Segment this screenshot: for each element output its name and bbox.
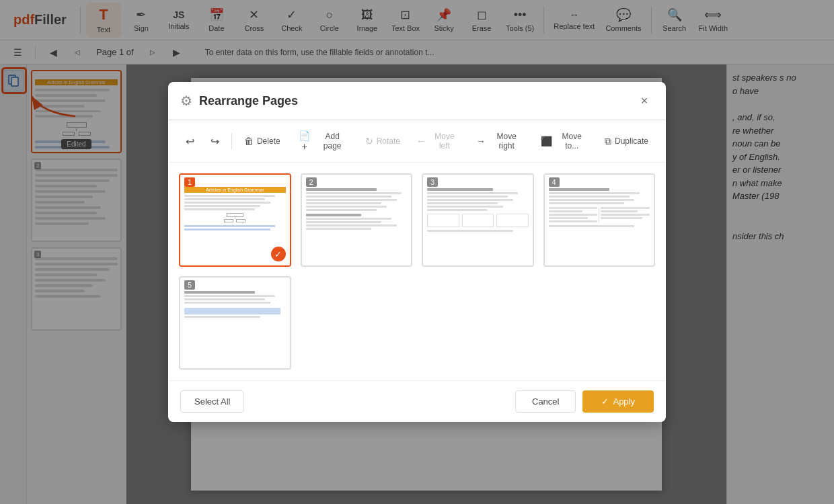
- rearrange-modal: ⚙ Rearrange Pages × ↩ ↪ 🗑 Delete 📄+ Add …: [168, 82, 666, 422]
- undo-icon: ↩: [186, 135, 194, 148]
- select-all-btn[interactable]: Select All: [180, 390, 244, 413]
- modal-page-num-2: 2: [306, 177, 317, 187]
- modal-page-num-4: 4: [549, 177, 560, 187]
- modal-title: Rearrange Pages: [199, 94, 628, 108]
- modal-duplicate-btn[interactable]: ⧉ Duplicate: [598, 132, 655, 151]
- modal-page-card-2[interactable]: 2: [301, 173, 413, 267]
- modal-pages-row1: 1 Articles in English Grammar: [179, 173, 655, 267]
- delete-icon: 🗑: [244, 136, 254, 146]
- modal-page-num-3: 3: [427, 177, 438, 187]
- modal-footer: Select All Cancel ✓ Apply: [168, 380, 666, 422]
- page1-check-badge: ✓: [271, 247, 286, 261]
- addpage-icon: 📄+: [297, 130, 313, 152]
- delete-label: Delete: [257, 136, 280, 146]
- modal-delete-btn[interactable]: 🗑 Delete: [237, 132, 287, 150]
- modal-overlay: ⚙ Rearrange Pages × ↩ ↪ 🗑 Delete 📄+ Add …: [0, 0, 834, 504]
- modal-header: ⚙ Rearrange Pages ×: [168, 82, 666, 120]
- modal-page-num-5: 5: [184, 280, 195, 290]
- modal-empty-space: [301, 276, 656, 370]
- modal-moveright-btn[interactable]: → Move right: [469, 128, 531, 154]
- modal-settings-icon: ⚙: [180, 93, 192, 109]
- redo-icon: ↪: [211, 135, 219, 148]
- apply-check-icon: ✓: [601, 396, 609, 407]
- modal-redo-btn[interactable]: ↪: [204, 132, 226, 151]
- modal-toolbar-divider: [231, 133, 232, 149]
- modal-page-card-4[interactable]: 4: [543, 173, 656, 267]
- page2-content: [302, 175, 412, 265]
- moveto-icon: ⬛: [541, 136, 552, 146]
- page5-content: [180, 278, 290, 368]
- moveright-label: Move right: [489, 132, 525, 151]
- rotate-label: Rotate: [377, 136, 400, 146]
- modal-pages-row2: 5: [179, 276, 655, 370]
- modal-moveto-btn[interactable]: ⬛ Move to...: [534, 128, 595, 154]
- duplicate-label: Duplicate: [615, 136, 648, 146]
- moveto-label: Move to...: [556, 132, 589, 151]
- moveright-icon: →: [476, 136, 486, 146]
- modal-pages-grid: 1 Articles in English Grammar: [168, 163, 666, 380]
- modal-page-card-5[interactable]: 5: [179, 276, 291, 370]
- modal-close-btn[interactable]: ×: [635, 91, 654, 110]
- addpage-label: Add page: [316, 132, 349, 151]
- moveleft-icon: ←: [416, 136, 426, 146]
- moveleft-label: Move left: [429, 132, 460, 151]
- apply-label: Apply: [613, 396, 635, 407]
- modal-addpage-btn[interactable]: 📄+ Add page: [290, 127, 356, 155]
- duplicate-icon: ⧉: [605, 136, 611, 147]
- modal-toolbar: ↩ ↪ 🗑 Delete 📄+ Add page ↻ Rotate ← Move…: [168, 120, 666, 163]
- modal-moveleft-btn[interactable]: ← Move left: [410, 128, 467, 154]
- rotate-icon: ↻: [365, 136, 373, 146]
- modal-page-card-3[interactable]: 3: [422, 173, 534, 267]
- footer-right: Cancel ✓ Apply: [515, 390, 654, 413]
- apply-btn[interactable]: ✓ Apply: [582, 390, 654, 413]
- page3-content: [423, 175, 533, 265]
- modal-page-num-1: 1: [184, 177, 195, 187]
- modal-page-card-1[interactable]: 1 Articles in English Grammar: [179, 173, 291, 267]
- page4-content: [545, 175, 654, 265]
- modal-undo-btn[interactable]: ↩: [179, 132, 201, 151]
- modal-rotate-btn[interactable]: ↻ Rotate: [358, 132, 407, 150]
- cancel-btn[interactable]: Cancel: [515, 390, 576, 413]
